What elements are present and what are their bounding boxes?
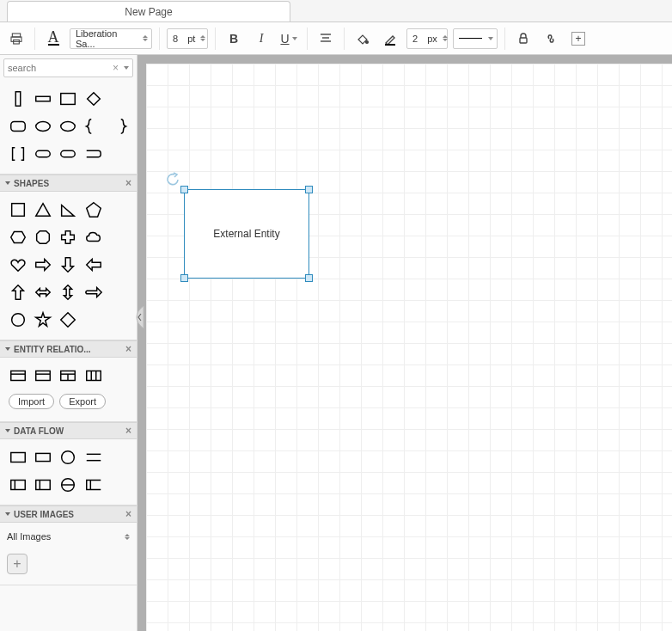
close-icon[interactable]: × [125, 343, 131, 355]
shape-brace[interactable] [82, 115, 104, 138]
stroke-width-combo[interactable]: 2 px [406, 28, 448, 49]
shape-pill2[interactable] [58, 143, 79, 165]
shape-hrect[interactable] [32, 88, 53, 110]
svg-rect-26 [87, 371, 101, 381]
shape-arrow-ud[interactable] [58, 281, 79, 303]
er-table2[interactable] [32, 365, 53, 387]
shape-rtriangle[interactable] [58, 199, 79, 221]
shape-pill1[interactable] [32, 143, 53, 165]
user-images-row[interactable]: All Images [0, 523, 137, 550]
add-panel-button[interactable]: + [567, 28, 590, 50]
search-input[interactable] [8, 63, 113, 73]
shape-triangle[interactable] [32, 199, 53, 221]
italic-button[interactable]: I [250, 28, 272, 50]
shape-arrow-right[interactable] [32, 254, 53, 276]
shape-roundrect[interactable] [7, 115, 28, 138]
line-style-combo[interactable] [453, 28, 498, 49]
shape-ellipse2[interactable] [58, 115, 79, 138]
shape-brace-r[interactable] [108, 115, 130, 138]
er-table1[interactable] [7, 365, 28, 387]
tab-bar: New Page [0, 0, 672, 22]
search-box[interactable]: × [3, 58, 133, 77]
dataflow-palette [0, 439, 137, 505]
shape-bracket[interactable] [7, 143, 28, 165]
add-image-button[interactable]: + [7, 554, 27, 574]
font-color-button[interactable]: A [42, 28, 64, 50]
shape-vrect[interactable] [7, 88, 28, 110]
print-icon[interactable] [5, 28, 27, 50]
close-icon[interactable]: × [125, 508, 131, 520]
export-button[interactable]: Export [59, 394, 106, 409]
selected-shape-external-entity[interactable]: External Entity [184, 189, 309, 279]
shape-diamond[interactable] [58, 309, 79, 331]
svg-point-6 [366, 40, 369, 43]
bold-button[interactable]: B [223, 28, 245, 50]
svg-point-13 [36, 122, 51, 132]
svg-rect-21 [36, 371, 51, 381]
font-family-combo[interactable]: Liberation Sa... [70, 28, 152, 49]
svg-rect-30 [36, 453, 51, 461]
shape-arrow-left[interactable] [82, 254, 104, 276]
font-family-value: Liberation Sa... [76, 28, 137, 49]
df-open[interactable] [82, 474, 104, 496]
svg-rect-1 [11, 37, 21, 41]
df-rect2[interactable] [32, 446, 53, 469]
svg-rect-34 [10, 481, 25, 490]
shape-label: External Entity [213, 228, 279, 240]
df-split2[interactable] [32, 474, 53, 496]
shape-cloud[interactable] [82, 226, 104, 248]
import-button[interactable]: Import [9, 394, 54, 409]
fill-color-button[interactable] [351, 28, 374, 50]
shape-arrow-down[interactable] [58, 254, 79, 276]
shape-square[interactable] [7, 199, 28, 221]
section-shapes-header[interactable]: SHAPES× [0, 175, 137, 192]
resize-handle-sw[interactable] [180, 274, 188, 282]
shape-arrow-lr[interactable] [32, 281, 53, 303]
shape-pill3[interactable] [82, 143, 104, 165]
svg-rect-12 [10, 122, 25, 132]
svg-point-14 [61, 122, 76, 132]
sidebar: × SHAPES× [0, 55, 137, 631]
section-entity-header[interactable]: ENTITY RELATIO...× [0, 340, 137, 358]
shape-cross[interactable] [58, 226, 79, 248]
stroke-color-button[interactable] [379, 28, 401, 50]
svg-rect-15 [36, 150, 51, 156]
shape-circle[interactable] [7, 309, 28, 331]
df-circle[interactable] [58, 446, 79, 469]
resize-handle-ne[interactable] [305, 186, 313, 193]
align-button[interactable] [315, 28, 337, 50]
resize-handle-se[interactable] [305, 274, 313, 282]
clear-search-icon[interactable]: × [113, 62, 119, 74]
shape-diamond-small[interactable] [82, 88, 104, 110]
page-tab[interactable]: New Page [7, 1, 290, 21]
shape-star[interactable] [32, 309, 53, 331]
close-icon[interactable]: × [125, 425, 131, 437]
shape-ellipse[interactable] [32, 115, 53, 138]
df-rect[interactable] [7, 446, 28, 469]
er-table3[interactable] [58, 365, 79, 387]
df-split[interactable] [7, 474, 28, 496]
shape-hexagon[interactable] [7, 226, 28, 248]
df-halfcircle[interactable] [58, 474, 79, 496]
underline-button[interactable]: U [278, 28, 300, 50]
section-userimg-header[interactable]: USER IMAGES× [0, 505, 137, 523]
svg-rect-11 [61, 94, 76, 105]
shape-pentagon[interactable] [82, 199, 104, 221]
lock-icon[interactable] [512, 28, 535, 50]
shape-octagon[interactable] [32, 226, 53, 248]
shape-heart[interactable] [7, 254, 28, 276]
rotate-handle-icon[interactable] [166, 171, 181, 187]
shape-rect[interactable] [58, 88, 79, 110]
df-lines[interactable] [82, 446, 104, 469]
shape-arrow-up[interactable] [7, 281, 28, 303]
resize-handle-nw[interactable] [180, 186, 188, 193]
er-table4[interactable] [82, 365, 104, 387]
shape-callout[interactable] [82, 281, 104, 303]
font-size-combo[interactable]: 8 pt [167, 28, 208, 49]
collapse-sidebar-icon[interactable] [136, 306, 144, 328]
canvas[interactable]: External Entity [137, 55, 672, 631]
shapes-palette [0, 192, 137, 340]
close-icon[interactable]: × [125, 177, 131, 189]
section-dataflow-header[interactable]: DATA FLOW× [0, 422, 137, 439]
link-icon[interactable] [540, 28, 562, 50]
